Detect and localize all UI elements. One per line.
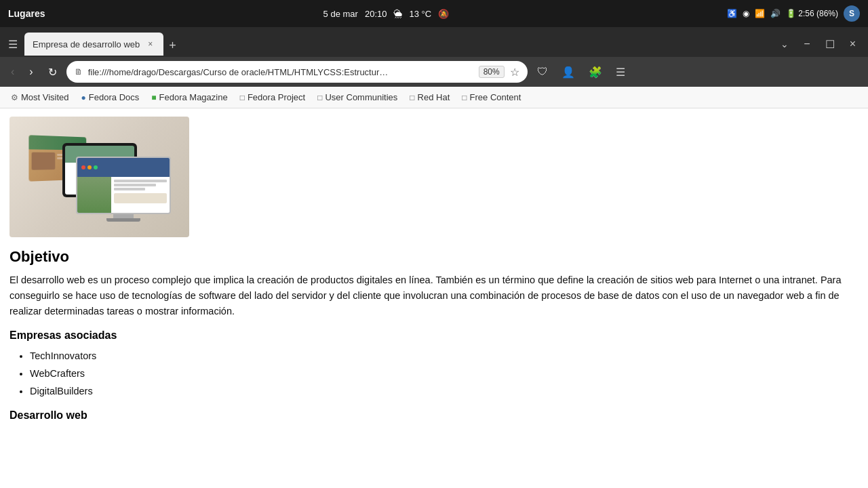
desarrollo-web-title: Desarrollo web: [9, 409, 859, 422]
objetivo-body: El desarrollo web es un proceso complejo…: [9, 272, 859, 320]
bookmark-fedora-magazine[interactable]: ■ Fedora Magazine: [146, 89, 233, 105]
most-visited-icon: ⚙: [11, 93, 18, 102]
page-content: Objetivo El desarrollo web es un proceso…: [0, 108, 868, 488]
topbar-system-icons: ♿ ◉ 📶 🔊 🔋 2:56 (86%) S: [727, 5, 860, 22]
active-tab[interactable]: Empresa de desarrollo web ×: [24, 33, 163, 56]
bookmark-label: Most Visited: [21, 92, 69, 102]
bookmark-user-communities[interactable]: □ User Communities: [312, 89, 403, 105]
red-hat-icon: □: [410, 93, 414, 102]
profile-icon[interactable]: 👤: [556, 62, 580, 83]
reload-button[interactable]: ↻: [43, 62, 62, 83]
tab-title: Empresa de desarrollo web: [33, 39, 140, 49]
topbar-weather-icon: 🌦: [393, 9, 402, 19]
url-text: file:///home/drago/Descargas/Curso de or…: [88, 67, 473, 77]
forward-button[interactable]: ›: [24, 62, 38, 82]
tab-bar: Empresa de desarrollo web × +: [24, 33, 772, 56]
bookmark-label: Fedora Docs: [89, 92, 139, 102]
bookmark-fedora-docs[interactable]: ● Fedora Docs: [76, 89, 145, 105]
bookmark-red-hat[interactable]: □ Red Hat: [404, 89, 455, 105]
extensions-icon[interactable]: 🧩: [583, 62, 608, 83]
topbar-notification-icon: 🔕: [438, 9, 449, 19]
accessibility-icon: ♿: [727, 9, 737, 18]
bookmark-free-content[interactable]: □ Free Content: [456, 89, 526, 105]
bookmark-fedora-project[interactable]: □ Fedora Project: [235, 89, 311, 105]
topbar-temperature: 13 °C: [409, 9, 431, 19]
close-button[interactable]: ×: [843, 35, 863, 53]
topbar-places-label: Lugares: [8, 8, 45, 19]
bookmark-most-visited[interactable]: ⚙ Most Visited: [5, 89, 75, 105]
maximize-button[interactable]: ☐: [818, 35, 842, 54]
hero-image: [9, 117, 189, 237]
bookmark-label: Red Hat: [418, 92, 450, 102]
list-item: WebCrafters: [30, 365, 859, 382]
bookmark-label: Fedora Magazine: [159, 92, 228, 102]
menu-button[interactable]: ☰: [610, 62, 631, 83]
browser-chrome: ☰ Empresa de desarrollo web × + ⌄ − ☐ ×: [0, 27, 868, 57]
url-bar[interactable]: 🗎 file:///home/drago/Descargas/Curso de …: [66, 61, 528, 83]
topbar: Lugares 5 de mar 20:10 🌦 13 °C 🔕 ♿ ◉ 📶 🔊…: [0, 0, 868, 27]
bookmark-label: User Communities: [325, 92, 397, 102]
sidebar-toggle-button[interactable]: ☰: [5, 35, 20, 54]
user-communities-icon: □: [317, 93, 322, 102]
objetivo-title: Objetivo: [9, 248, 859, 266]
tab-close-button[interactable]: ×: [145, 38, 155, 50]
activity-icon: ◉: [743, 9, 749, 18]
bookmarks-bar: ⚙ Most Visited ● Fedora Docs ■ Fedora Ma…: [0, 87, 868, 108]
free-content-icon: □: [462, 93, 467, 102]
tab-list-button[interactable]: ⌄: [776, 36, 793, 52]
new-tab-button[interactable]: +: [163, 36, 182, 56]
navbar: ‹ › ↻ 🗎 file:///home/drago/Descargas/Cur…: [0, 57, 868, 87]
page-security-icon: 🗎: [75, 67, 83, 77]
battery-indicator: 🔋 2:56 (86%): [786, 9, 838, 18]
fedora-docs-icon: ●: [81, 93, 86, 102]
wifi-icon: 📶: [755, 9, 765, 18]
bookmark-label: Fedora Project: [248, 92, 305, 102]
fedora-magazine-icon: ■: [151, 93, 156, 102]
topbar-datetime: 5 de mar 20:10 🌦 13 °C 🔕: [323, 9, 450, 19]
mockup-screens: [25, 126, 174, 228]
bookmark-star-icon[interactable]: ☆: [510, 66, 519, 79]
user-avatar[interactable]: S: [844, 5, 860, 22]
topbar-date: 5 de mar: [323, 9, 358, 19]
back-button[interactable]: ‹: [5, 62, 20, 82]
zoom-level-badge[interactable]: 80%: [479, 66, 505, 78]
minimize-button[interactable]: −: [797, 35, 816, 53]
volume-icon: 🔊: [770, 9, 781, 18]
companies-list: TechInnovators WebCrafters DigitalBuilde…: [30, 347, 859, 400]
fedora-project-icon: □: [240, 93, 245, 102]
empresas-title: Empresas asociadas: [9, 329, 859, 342]
nav-right-icons: 🛡 👤 🧩 ☰: [532, 62, 631, 83]
list-item: DigitalBuilders: [30, 382, 859, 400]
list-item: TechInnovators: [30, 347, 859, 365]
topbar-time: 20:10: [365, 9, 387, 19]
pocket-icon[interactable]: 🛡: [532, 62, 553, 82]
window-controls: − ☐ ×: [797, 35, 863, 54]
bookmark-label: Free Content: [470, 92, 521, 102]
